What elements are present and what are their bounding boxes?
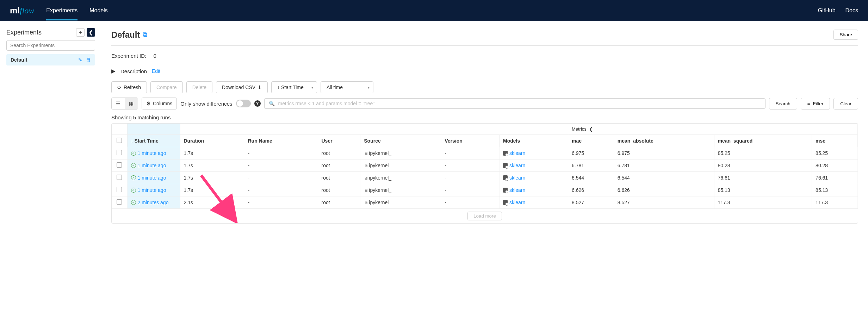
run-start-link[interactable]: ✓1 minute ago [131,175,176,181]
model-icon [503,163,508,168]
cell-source: 🖥ipykernel_ [360,159,441,172]
columns-button[interactable]: ⚙Columns [142,98,177,109]
nav-tab-models[interactable]: Models [89,1,108,20]
cell-user: root [318,184,360,196]
col-version[interactable]: Version [441,135,500,147]
run-start-link[interactable]: ✓2 minutes ago [131,200,176,205]
col-run-name[interactable]: Run Name [244,135,318,147]
share-button[interactable]: Share [833,30,858,40]
table-row: ✓1 minute ago 1.7s - root 🖥ipykernel_ - … [112,184,858,196]
download-csv-button[interactable]: Download CSV⬇ [216,81,268,93]
cell-mean-absolute: 6.626 [614,184,714,196]
search-experiments-input[interactable] [6,40,95,51]
cell-version: - [441,159,500,172]
col-start-time[interactable]: ↓Start Time [127,135,180,147]
delete-experiment-icon[interactable]: 🗑 [86,57,91,63]
run-start-link[interactable]: ✓1 minute ago [131,150,176,156]
chevron-down-icon: ▾ [311,86,313,89]
cell-mean-absolute: 6.781 [614,159,714,172]
cell-mean-absolute: 8.527 [614,196,714,209]
laptop-icon: 🖥 [364,176,368,180]
only-diff-toggle[interactable] [236,100,251,107]
model-link[interactable]: sklearn [503,150,564,156]
compare-button[interactable]: Compare [150,81,183,93]
search-filter-input[interactable] [278,101,761,106]
edit-description-link[interactable]: Edit [152,68,160,74]
col-models[interactable]: Models [500,135,568,147]
sort-select[interactable]: ↓ Start Time▾ [271,81,317,93]
row-checkbox[interactable] [117,162,122,168]
model-link[interactable]: sklearn [503,163,564,168]
logo[interactable]: mlflow [10,6,34,15]
experiment-id-label: Experiment ID: [111,53,146,59]
select-all-checkbox[interactable] [117,138,122,143]
experiment-item-default[interactable]: Default ✎ 🗑 [6,54,95,65]
row-checkbox[interactable] [117,187,122,192]
run-start-link[interactable]: ✓1 minute ago [131,163,176,168]
cell-mean-absolute: 6.544 [614,172,714,184]
col-user[interactable]: User [318,135,360,147]
run-start-link[interactable]: ✓1 minute ago [131,187,176,193]
cell-mean-squared: 85.13 [714,184,812,196]
nav-tab-experiments[interactable]: Experiments [46,1,78,20]
table-row: ✓1 minute ago 1.7s - root 🖥ipykernel_ - … [112,147,858,159]
load-more-button[interactable]: Load more [467,212,502,220]
cell-mean-squared: 85.25 [714,147,812,159]
refresh-button[interactable]: ⟳Refresh [111,81,147,93]
cell-user: root [318,147,360,159]
row-checkbox[interactable] [117,199,122,205]
cell-mse: 85.13 [812,184,858,196]
grid-view-button[interactable]: ▦ [125,98,138,109]
cell-version: - [441,184,500,196]
col-mean-absolute[interactable]: mean_absolute [614,135,714,147]
cell-mse: 117.3 [812,196,858,209]
nav-link-github[interactable]: GitHub [818,7,836,14]
only-diff-label: Only show differences [180,101,232,107]
col-mse[interactable]: mse [812,135,858,147]
delete-button[interactable]: Delete [186,81,212,93]
clear-button[interactable]: Clear [833,98,858,109]
cell-version: - [441,172,500,184]
laptop-icon: 🖥 [364,164,368,168]
cell-run-name: - [244,184,318,196]
col-mae[interactable]: mae [568,135,614,147]
cell-run-name: - [244,147,318,159]
cell-mean-squared: 117.3 [714,196,812,209]
collapse-sidebar-button[interactable]: ❮ [87,28,95,37]
cell-duration: 2.1s [180,196,244,209]
status-ok-icon: ✓ [131,175,136,180]
cell-run-name: - [244,159,318,172]
runs-table: Metrics ❮ ↓Start Time Duration Run Name … [111,123,858,224]
filter-button[interactable]: ≡Filter [801,98,830,109]
col-mean-squared[interactable]: mean_squared [714,135,812,147]
metrics-group-header[interactable]: Metrics ❮ [568,124,857,135]
matching-runs-label: Showing 5 matching runs [111,114,858,120]
cell-user: root [318,172,360,184]
model-icon [503,188,508,193]
model-link[interactable]: sklearn [503,187,564,193]
cell-mae: 8.527 [568,196,614,209]
list-view-button[interactable]: ☰ [112,98,125,109]
row-checkbox[interactable] [117,175,122,180]
help-icon[interactable]: ? [254,100,261,107]
cell-duration: 1.7s [180,172,244,184]
row-checkbox[interactable] [117,150,122,155]
view-toggle: ☰ ▦ [111,98,138,109]
model-icon [503,151,508,156]
search-button[interactable]: Search [769,98,797,109]
copy-icon[interactable]: ⧉ [143,31,147,38]
nav-link-docs[interactable]: Docs [845,7,858,14]
status-ok-icon: ✓ [131,151,136,156]
col-source[interactable]: Source [360,135,441,147]
chevron-down-icon: ▾ [368,86,370,89]
col-duration[interactable]: Duration [180,135,244,147]
add-experiment-button[interactable]: ＋ [76,28,85,37]
experiment-item-label: Default [11,57,27,63]
model-link[interactable]: sklearn [503,200,564,205]
cell-mae: 6.544 [568,172,614,184]
status-ok-icon: ✓ [131,163,136,168]
rename-experiment-icon[interactable]: ✎ [78,57,82,63]
model-link[interactable]: sklearn [503,175,564,181]
description-toggle-icon[interactable]: ▶ [111,68,116,74]
timeframe-select[interactable]: All time▾ [321,81,373,93]
